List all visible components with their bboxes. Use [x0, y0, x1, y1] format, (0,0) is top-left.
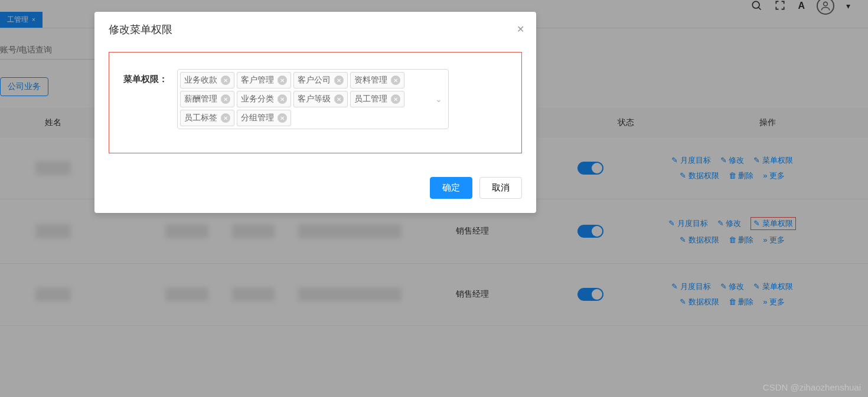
form-row-permissions: 菜单权限： 业务收款✕客户管理✕客户公司✕资料管理✕薪酬管理✕业务分类✕客户等级…: [123, 69, 507, 129]
tag-remove-icon[interactable]: ✕: [334, 76, 344, 85]
permission-tag: 客户等级✕: [293, 91, 348, 107]
tag-label: 客户等级: [298, 94, 331, 104]
permission-tag: 员工管理✕: [350, 91, 404, 107]
modal-title: 修改菜单权限: [109, 24, 172, 35]
tag-label: 员工标签: [184, 113, 217, 123]
tag-label: 分组管理: [241, 113, 274, 123]
tag-remove-icon[interactable]: ✕: [278, 113, 287, 123]
tag-remove-icon[interactable]: ✕: [221, 76, 230, 85]
permission-tag: 业务分类✕: [237, 91, 291, 107]
tag-remove-icon[interactable]: ✕: [391, 94, 400, 104]
modal-body: 菜单权限： 业务收款✕客户管理✕客户公司✕资料管理✕薪酬管理✕业务分类✕客户等级…: [94, 47, 536, 168]
chevron-down-icon[interactable]: ⌄: [435, 94, 442, 104]
permission-tag: 资料管理✕: [350, 72, 404, 88]
tag-remove-icon[interactable]: ✕: [278, 76, 287, 85]
watermark: CSDN @zihaozhenshuai: [763, 382, 861, 392]
tag-label: 业务分类: [241, 94, 274, 104]
permission-tag: 员工标签✕: [180, 110, 234, 126]
permissions-multiselect[interactable]: 业务收款✕客户管理✕客户公司✕资料管理✕薪酬管理✕业务分类✕客户等级✕员工管理✕…: [177, 69, 449, 129]
tag-label: 资料管理: [354, 75, 387, 86]
tag-remove-icon[interactable]: ✕: [221, 113, 230, 123]
tag-remove-icon[interactable]: ✕: [391, 76, 400, 85]
tag-label: 业务收款: [184, 75, 217, 86]
tag-remove-icon[interactable]: ✕: [334, 94, 344, 104]
tag-label: 薪酬管理: [184, 94, 217, 104]
tag-label: 员工管理: [354, 94, 387, 104]
permission-tag: 分组管理✕: [237, 110, 291, 126]
permission-tag: 薪酬管理✕: [180, 91, 234, 107]
modal-edit-menu-permissions: 修改菜单权限 ✕ 菜单权限： 业务收款✕客户管理✕客户公司✕资料管理✕薪酬管理✕…: [94, 12, 536, 213]
form-label: 菜单权限：: [123, 69, 168, 85]
permission-tag: 业务收款✕: [180, 72, 234, 88]
permission-tag: 客户管理✕: [237, 72, 291, 88]
highlighted-form-area: 菜单权限： 业务收款✕客户管理✕客户公司✕资料管理✕薪酬管理✕业务分类✕客户等级…: [109, 52, 522, 153]
modal-header: 修改菜单权限 ✕: [94, 12, 536, 47]
confirm-button[interactable]: 确定: [430, 177, 472, 199]
tag-label: 客户管理: [241, 75, 274, 86]
modal-footer: 确定 取消: [94, 168, 536, 213]
tag-label: 客户公司: [298, 75, 331, 86]
tag-remove-icon[interactable]: ✕: [278, 94, 287, 104]
cancel-button[interactable]: 取消: [479, 177, 522, 199]
close-icon[interactable]: ✕: [517, 24, 524, 35]
tag-remove-icon[interactable]: ✕: [221, 94, 230, 104]
permission-tag: 客户公司✕: [293, 72, 348, 88]
